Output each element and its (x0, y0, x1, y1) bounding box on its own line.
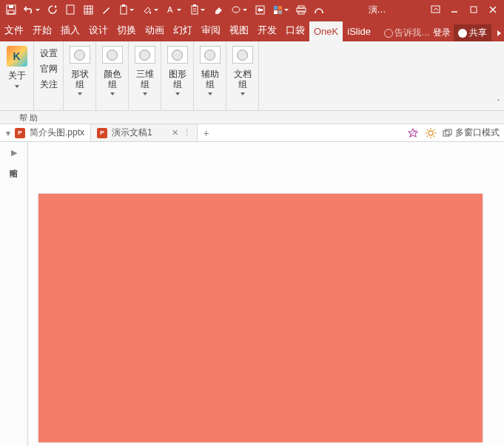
maximize-button[interactable] (466, 2, 482, 17)
share-button[interactable]: 共享 (454, 24, 491, 41)
help-bar[interactable]: 帮 助 (0, 111, 504, 124)
tab-home[interactable]: 开始 (28, 19, 56, 41)
doctab-1-label: 简介头图.pptx (30, 126, 84, 139)
chevron-down-icon[interactable] (15, 85, 19, 88)
ribbon-group-settings: 设置 官网 关注 (34, 41, 64, 110)
redo-button[interactable] (44, 2, 61, 17)
svg-rect-9 (121, 6, 127, 14)
title-bar: A 演… (0, 0, 504, 19)
shape-group-label[interactable]: 形状组 (71, 69, 89, 89)
tabbar-right: 告诉我… 登录 共享 (384, 24, 504, 41)
ribbon-group-shape: 形状组 (64, 41, 96, 110)
close-button[interactable] (485, 2, 501, 17)
tab-onekey[interactable]: OneK (309, 21, 343, 41)
fill-color-button[interactable] (139, 2, 161, 17)
arch-icon[interactable] (311, 2, 327, 17)
graphic-button[interactable] (167, 46, 188, 64)
quick-access-toolbar: A (3, 2, 327, 17)
pen-icon[interactable] (98, 2, 114, 17)
grid-icon[interactable] (80, 2, 96, 17)
add-tab-button[interactable]: + (198, 124, 215, 141)
logo-icon[interactable]: K (7, 46, 27, 67)
gear-icon[interactable] (425, 127, 437, 139)
chevron-down-icon[interactable] (208, 92, 212, 95)
chevron-down-icon[interactable] (110, 92, 115, 95)
tab-transition[interactable]: 切换 (112, 19, 141, 41)
doctab-2[interactable]: P 演示文稿1 ✕ ⋮ (91, 124, 198, 141)
tab-insert[interactable]: 插入 (56, 19, 84, 41)
save-icon[interactable] (3, 2, 19, 17)
tab-view[interactable]: 视图 (225, 19, 253, 41)
slide-canvas[interactable] (28, 142, 504, 446)
undo-button[interactable] (21, 2, 43, 17)
tab-animation[interactable]: 动画 (141, 19, 169, 41)
doc-group-label[interactable]: 文档组 (234, 69, 252, 89)
color-button[interactable] (102, 46, 123, 64)
chevron-down-icon[interactable] (241, 92, 245, 95)
slide[interactable] (38, 194, 483, 442)
svg-text:A: A (167, 5, 173, 14)
eraser-icon[interactable] (210, 2, 226, 17)
multiwindow-button[interactable]: 多窗口模式 (443, 126, 500, 139)
paste-button[interactable] (115, 2, 138, 17)
svg-rect-19 (278, 6, 282, 10)
tab-review[interactable]: 审阅 (197, 19, 225, 41)
shape-button[interactable] (70, 46, 90, 64)
tab-slideshow[interactable]: 幻灯 (169, 19, 197, 41)
threed-button[interactable] (135, 46, 155, 64)
ribbon-collapse-icon[interactable]: ˆ (497, 99, 500, 107)
tab-developer[interactable]: 开发 (253, 19, 281, 41)
tab-file[interactable]: 文件 (0, 19, 28, 41)
tell-me-search[interactable]: 告诉我… (384, 27, 430, 39)
chevron-right-icon[interactable]: ▶ (11, 148, 17, 158)
circle-icon (139, 50, 150, 61)
follow-label[interactable]: 关注 (40, 78, 58, 91)
tab-design[interactable]: 设计 (84, 19, 112, 41)
graphic-group-label[interactable]: 图形组 (169, 69, 187, 89)
clipboard-button[interactable] (187, 2, 209, 17)
chevron-down-icon[interactable] (78, 92, 82, 95)
ribbon-options-icon[interactable] (427, 2, 443, 17)
font-button[interactable]: A (163, 2, 185, 17)
new-doc-icon[interactable] (62, 2, 78, 17)
threed-group-label[interactable]: 三维组 (136, 69, 154, 89)
login-link[interactable]: 登录 (433, 27, 451, 39)
expand-right-icon[interactable] (497, 30, 501, 36)
doctab-menu-icon[interactable]: ▾ (6, 128, 10, 138)
svg-rect-13 (193, 4, 196, 7)
chevron-down-icon (243, 9, 247, 11)
svg-rect-2 (8, 10, 14, 14)
print-icon[interactable] (293, 2, 309, 17)
tab-islide[interactable]: iSlide (343, 21, 375, 41)
about-label[interactable]: 关于 (8, 70, 26, 82)
doctab-1[interactable]: ▾ P 简介头图.pptx (0, 124, 91, 141)
minimize-button[interactable] (446, 2, 463, 17)
svg-rect-10 (122, 4, 125, 7)
thumbnail-panel[interactable]: ▶ 缩略图 (0, 142, 28, 446)
color-swatch-button[interactable] (269, 2, 292, 17)
doc-button[interactable] (232, 46, 253, 64)
chevron-down-icon[interactable] (175, 92, 180, 95)
chevron-down-icon[interactable] (143, 92, 147, 95)
tab-pocket[interactable]: 口袋 (281, 19, 309, 41)
chevron-down-icon (130, 9, 134, 11)
ribbon-group-doc: 文档组 (226, 41, 259, 110)
share-label: 共享 (469, 27, 487, 39)
thumbnail-label: 缩略图 (8, 162, 19, 164)
official-label[interactable]: 官网 (40, 63, 58, 75)
fullscreen-icon[interactable] (252, 2, 268, 17)
assist-button[interactable] (200, 46, 221, 64)
color-group-label[interactable]: 颜色组 (104, 69, 121, 89)
doctabs-tools: 多窗口模式 (407, 124, 504, 141)
assist-group-label[interactable]: 辅助组 (201, 69, 219, 89)
tab-menu-icon[interactable]: ⋮ (183, 128, 191, 138)
star-icon[interactable] (407, 127, 419, 139)
svg-rect-1 (9, 5, 13, 8)
chevron-down-icon (177, 9, 181, 11)
circle-icon (107, 50, 118, 61)
settings-label[interactable]: 设置 (40, 47, 58, 60)
ppt-icon: P (15, 128, 25, 138)
svg-point-25 (315, 12, 316, 13)
close-tab-icon[interactable]: ✕ (172, 128, 178, 138)
shape-oval-button[interactable] (228, 2, 250, 17)
